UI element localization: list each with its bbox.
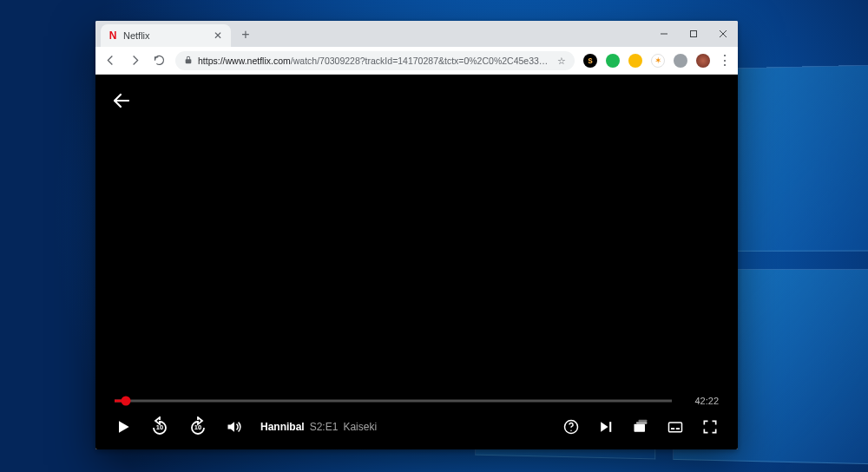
chrome-window: N Netflix ✕ +: [95, 21, 738, 449]
help-button[interactable]: [562, 418, 580, 436]
player-buttons: 10 10 Hannibal S2:E1 Kaiseki: [115, 416, 719, 437]
now-playing-title: Hannibal S2:E1 Kaiseki: [260, 421, 377, 433]
progress-track: [115, 400, 672, 403]
svg-point-8: [570, 429, 572, 431]
lock-icon: [184, 56, 193, 66]
window-maximize-button[interactable]: [679, 21, 708, 47]
browser-tab[interactable]: N Netflix ✕: [101, 24, 231, 47]
tab-title: Netflix: [123, 30, 207, 41]
extension-icon[interactable]: [674, 54, 687, 68]
tab-strip: N Netflix ✕ +: [95, 21, 738, 47]
svg-rect-11: [635, 424, 646, 432]
episode-name: Kaiseki: [343, 421, 377, 433]
forward-seconds-label: 10: [187, 416, 208, 437]
svg-rect-14: [669, 423, 682, 432]
windows-desktop: N Netflix ✕ +: [0, 0, 868, 472]
new-tab-button[interactable]: +: [236, 25, 255, 44]
progress-row: 42:22: [115, 396, 719, 406]
forward-10-button[interactable]: 10: [187, 416, 208, 437]
progress-bar[interactable]: [115, 396, 672, 406]
svg-rect-1: [691, 31, 697, 37]
window-close-button[interactable]: [708, 21, 738, 47]
video-player[interactable]: 42:22 10 10: [95, 75, 738, 449]
bookmark-star-icon[interactable]: ☆: [557, 56, 566, 66]
tab-close-button[interactable]: ✕: [212, 30, 224, 42]
svg-rect-10: [609, 422, 611, 432]
extension-icon[interactable]: ✶: [651, 54, 665, 68]
nav-reload-button[interactable]: [151, 53, 167, 69]
window-minimize-button[interactable]: [649, 21, 679, 47]
rewind-seconds-label: 10: [149, 416, 170, 437]
extension-icon[interactable]: s: [583, 54, 597, 68]
tab-favicon-netflix-icon: N: [108, 30, 118, 41]
url-text: https://www.netflix.com/watch/70309228?t…: [198, 56, 552, 66]
rewind-10-button[interactable]: 10: [149, 416, 170, 437]
episodes-button[interactable]: [632, 418, 649, 436]
time-remaining: 42:22: [684, 396, 719, 406]
svg-marker-6: [228, 422, 235, 432]
episode-code: S2:E1: [310, 421, 339, 433]
extension-icon[interactable]: [628, 54, 642, 68]
nav-forward-button[interactable]: [127, 53, 142, 69]
svg-marker-5: [119, 421, 129, 432]
browser-toolbar: https://www.netflix.com/watch/70309228?t…: [95, 47, 738, 75]
next-episode-button[interactable]: [597, 418, 615, 436]
svg-rect-12: [636, 422, 648, 424]
browser-menu-button[interactable]: ⋮: [719, 52, 731, 69]
svg-rect-13: [639, 420, 648, 423]
window-controls: [649, 21, 738, 47]
progress-knob-icon[interactable]: [121, 397, 130, 406]
address-bar[interactable]: https://www.netflix.com/watch/70309228?t…: [175, 51, 575, 70]
player-controls: 42:22 10 10: [95, 396, 738, 449]
fullscreen-button[interactable]: [701, 418, 719, 436]
volume-button[interactable]: [226, 418, 243, 436]
svg-marker-9: [601, 422, 608, 432]
play-button[interactable]: [115, 418, 132, 436]
extension-icon[interactable]: [606, 54, 620, 68]
show-name: Hannibal: [260, 421, 305, 433]
nav-back-button[interactable]: [102, 53, 118, 69]
player-back-button[interactable]: [111, 90, 132, 115]
profile-avatar-icon[interactable]: [696, 54, 710, 68]
subtitles-button[interactable]: [667, 418, 684, 436]
